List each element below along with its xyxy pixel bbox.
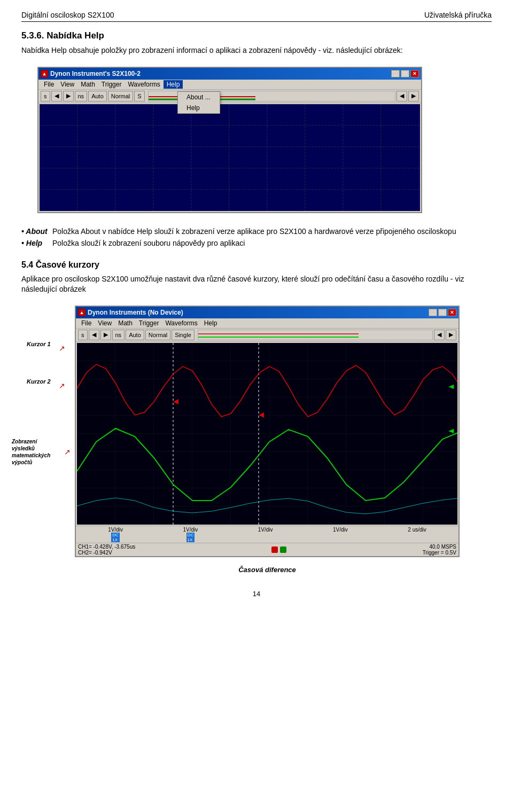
osc2-titlebar-left: ▲ Dynon Instruments (No Device): [78, 309, 183, 316]
osc1-titlebar: ▲ Dynon Instrument's S2X100-2 _ □ ✕: [38, 68, 421, 80]
osc1-menu-trigger[interactable]: Trigger: [98, 80, 125, 89]
osc2-btn-normal[interactable]: Normal: [145, 330, 170, 340]
div-label-2: 1V/div DC1X: [183, 527, 198, 542]
cursor2-label: Kurzor 2: [27, 378, 51, 385]
about-bullet-label: • About: [21, 227, 48, 236]
osc2-btn-auto[interactable]: Auto: [126, 330, 144, 340]
osc1-title: Dynon Instrument's S2X100-2: [50, 70, 141, 77]
math-results-arrow: ↗: [64, 448, 71, 456]
div-label-3: 1V/div: [258, 527, 273, 542]
osc1-btn-s[interactable]: s: [41, 91, 50, 102]
about-bullet: • About Položka About v nabídce Help slo…: [21, 227, 492, 236]
osc2-menu-math[interactable]: Math: [115, 319, 136, 327]
osc1-btn-normal[interactable]: Normal: [108, 91, 133, 102]
ch2-indicator: [280, 546, 286, 553]
oscilloscope-window-1: ▲ Dynon Instrument's S2X100-2 _ □ ✕ File…: [37, 67, 422, 213]
osc1-btn-right-arrow[interactable]: ▶: [63, 91, 74, 102]
osc2-indicator-dots: [271, 544, 286, 556]
osc2-container: Kurzor 1 ↗ Kurzor 2 ↗ Zobrazenívýsledkům…: [75, 299, 460, 574]
osc2-maximize-btn[interactable]: □: [438, 309, 447, 316]
section-536-intro: Nabídka Help obsahuje položky pro zobraz…: [21, 45, 492, 56]
osc2-titlebar: ▲ Dynon Instruments (No Device) _ □ ✕: [76, 307, 458, 318]
cursor1-label: Kurzor 1: [27, 341, 51, 347]
osc2-nav-left[interactable]: ◀: [434, 330, 445, 340]
osc2-menu-file[interactable]: File: [78, 319, 95, 327]
div-label-5: 2 us/div: [408, 527, 426, 542]
osc1-btn-left-arrow[interactable]: ◀: [51, 91, 62, 102]
svg-rect-5: [40, 104, 420, 211]
math-results-label: Zobrazenívýsledkůmatematickýchvýpočtů: [12, 438, 50, 466]
osc1-menu-help[interactable]: Help: [164, 80, 183, 89]
osc2-titlebar-buttons: _ □ ✕: [429, 309, 456, 316]
osc2-btn-ns[interactable]: ns: [112, 330, 125, 340]
oscilloscope-window-2: ▲ Dynon Instruments (No Device) _ □ ✕ Fi…: [75, 306, 460, 557]
osc1-dropdown-about[interactable]: About ...: [178, 92, 220, 103]
osc1-titlebar-left: ▲ Dynon Instrument's S2X100-2: [41, 70, 141, 77]
osc2-statusbar: CH1= -0.428V, -3.675us CH2= -0.942V 40.0…: [76, 543, 458, 556]
ch1-indicator: [271, 546, 278, 553]
osc2-minimize-btn[interactable]: _: [429, 309, 437, 316]
div-label-4: 1V/div: [333, 527, 348, 542]
help-menu-description: • About Položka About v nabídce Help slo…: [21, 227, 492, 247]
osc2-screen: [77, 343, 457, 525]
about-bullet-content: Položka About v nabídce Help slouží k zo…: [52, 227, 456, 236]
osc1-help-dropdown: About ... Help: [177, 91, 220, 114]
page-number: 14: [253, 590, 260, 598]
page-header: Digitální osciloskop S2X100 Uživatelská …: [21, 11, 492, 22]
osc1-maximize-btn[interactable]: □: [401, 70, 409, 77]
osc2-ch1-status: CH1= -0.428V, -3.675us: [78, 544, 135, 550]
osc1-close-btn[interactable]: ✕: [410, 70, 419, 77]
osc1-btn-auto[interactable]: Auto: [88, 91, 107, 102]
osc2-trigger: Trigger = 0.5V: [423, 550, 456, 556]
osc1-menubar: File View Math Trigger Waveforms Help Ab…: [38, 80, 421, 90]
osc1-screen-svg: [40, 104, 420, 211]
osc2-div-labels: 1V/div DC1X 1V/div DC1X 1V/div 1V/div 2 …: [76, 526, 458, 543]
div-label-1: 1V/div DC1X: [108, 527, 123, 542]
osc2-title: Dynon Instruments (No Device): [88, 309, 183, 316]
header-right: Uživatelská příručka: [424, 11, 492, 19]
cursor2-arrow: ↗: [59, 381, 65, 390]
osc2-status-right: 40.0 MSPS Trigger = 0.5V: [423, 544, 456, 556]
osc1-btn-ns[interactable]: ns: [75, 91, 88, 102]
osc1-menu-waveforms[interactable]: Waveforms: [125, 80, 163, 89]
cursor1-arrow: ↗: [59, 344, 65, 353]
section-54-heading: 5.4 Časové kurzory: [21, 260, 492, 270]
osc2-msps: 40.0 MSPS: [429, 544, 456, 550]
osc1-dropdown-help[interactable]: Help: [178, 103, 220, 113]
osc2-btn-single[interactable]: Single: [172, 330, 195, 340]
osc2-menubar: File View Math Trigger Waveforms Help: [76, 318, 458, 329]
osc2-close-btn[interactable]: ✕: [448, 309, 456, 316]
section-54-intro: Aplikace pro osciloskop S2X100 umožňuje …: [21, 274, 492, 295]
osc2-signal-indicator: [198, 330, 433, 340]
osc1-btn-s2[interactable]: S: [134, 91, 144, 102]
osc2-menu-help[interactable]: Help: [201, 319, 221, 327]
osc1-menu-math[interactable]: Math: [77, 80, 98, 89]
osc2-nav-right[interactable]: ▶: [446, 330, 456, 340]
osc2-signal-svg: [198, 330, 432, 340]
osc2-screen-svg: [77, 343, 457, 525]
osc2-caption: Časová diference: [75, 566, 460, 574]
osc1-toolbar: s ◀ ▶ ns Auto Normal S ◀ ▶: [38, 90, 421, 103]
osc2-menu-waveforms[interactable]: Waveforms: [162, 319, 200, 327]
osc2-icon: ▲: [78, 309, 86, 316]
osc1-menu-file[interactable]: File: [41, 80, 57, 89]
osc2-menu-view[interactable]: View: [95, 319, 115, 327]
osc1-screen: [40, 104, 420, 211]
osc2-toolbar: s ◀ ▶ ns Auto Normal Single ◀ ▶: [76, 329, 458, 342]
header-left: Digitální osciloskop S2X100: [21, 11, 114, 19]
osc1-nav-right[interactable]: ▶: [408, 91, 419, 102]
svg-rect-25: [77, 343, 457, 525]
osc1-minimize-btn[interactable]: _: [391, 70, 400, 77]
osc2-btn-s[interactable]: s: [78, 330, 88, 340]
page-footer: 14: [21, 590, 492, 598]
osc1-menu-view[interactable]: View: [57, 80, 77, 89]
osc2-btn-left-arrow[interactable]: ◀: [89, 330, 99, 340]
help-bullet: • Help Položka slouží k zobrazení soubor…: [21, 239, 492, 247]
osc2-btn-right-arrow[interactable]: ▶: [100, 330, 111, 340]
osc1-icon: ▲: [41, 70, 48, 77]
osc2-menu-trigger[interactable]: Trigger: [136, 319, 162, 327]
help-bullet-content: Položka slouží k zobrazení souboru nápov…: [52, 239, 245, 247]
help-bullet-label: • Help: [21, 239, 48, 247]
osc1-nav-left[interactable]: ◀: [397, 91, 407, 102]
osc2-ch2-status: CH2= -0.942V: [78, 550, 135, 556]
